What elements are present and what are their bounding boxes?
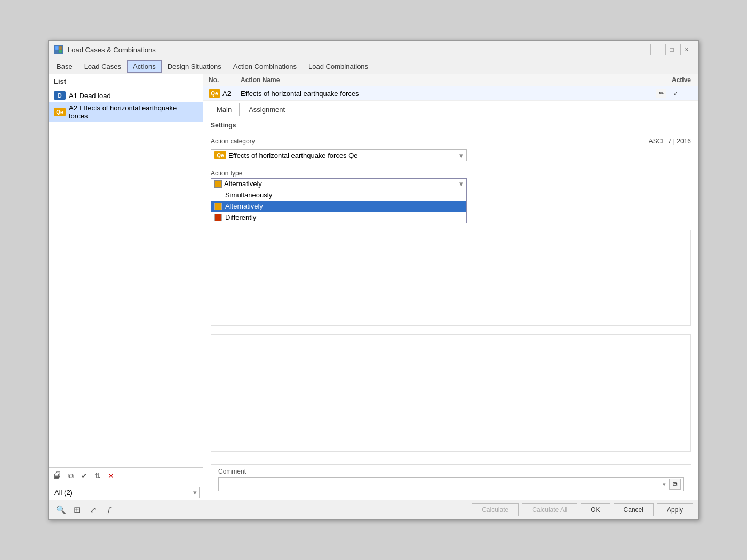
col-name: Action Name: [241, 76, 656, 84]
col-active: Active: [672, 76, 693, 84]
list-item-a2[interactable]: Qe A2 Effects of horizontal earthquake f…: [49, 102, 203, 122]
bottom-buttons: Calculate Calculate All OK Cancel Apply: [472, 503, 693, 516]
copy-icon[interactable]: 🗐: [52, 470, 63, 482]
item-label-a1: A1 Dead load: [69, 92, 111, 100]
main-panel: No. Action Name Active Qe A2 Effects of …: [203, 74, 698, 500]
title-bar: Load Cases & Combinations – □ ×: [49, 41, 698, 59]
sidebar-list: D A1 Dead load Qe A2 Effects of horizont…: [49, 89, 203, 467]
item-label-a2: A2 Effects of horizontal earthquake forc…: [69, 104, 197, 120]
ok-button[interactable]: OK: [581, 503, 610, 516]
comment-input[interactable]: [221, 481, 662, 488]
selected-label: Alternatively: [224, 180, 262, 188]
cancel-button[interactable]: Cancel: [614, 503, 654, 516]
category-badge: Qe: [214, 151, 226, 159]
option-alternatively-label: Alternatively: [225, 202, 263, 210]
filter-caret: ▾: [193, 489, 197, 497]
text-tool-icon[interactable]: 𝑓: [102, 503, 116, 516]
menu-load-cases[interactable]: Load Cases: [78, 60, 127, 73]
table-row[interactable]: Qe A2 Effects of horizontal earthquake f…: [203, 86, 698, 101]
window-controls: – □ ×: [650, 44, 693, 55]
apply-button[interactable]: Apply: [657, 503, 693, 516]
tabs-bar: Main Assignment: [203, 101, 698, 116]
col-edit: [656, 76, 672, 84]
menu-action-combinations[interactable]: Action Combinations: [227, 60, 303, 73]
option-simultaneously-color: [214, 191, 222, 199]
sidebar-footer: 🗐 ⧉ ✔ ⇅ ✕: [49, 467, 203, 484]
category-dropdown-text: Effects of horizontal earthquake forces …: [228, 151, 358, 159]
filter-row: All (2) ▾: [49, 484, 203, 500]
action-type-selected[interactable]: Alternatively ▾: [211, 178, 467, 189]
item-badge-a2: Qe: [54, 108, 66, 116]
settings-label: Settings: [211, 122, 691, 131]
row-active-checkbox[interactable]: [672, 90, 679, 97]
minimize-button[interactable]: –: [650, 44, 663, 55]
bottom-toolbar: 🔍 ⊞ ⤢ 𝑓 Calculate Calculate All OK Cance…: [49, 500, 698, 519]
row-name: Effects of horizontal earthquake forces: [241, 90, 656, 98]
row-no: Qe A2: [209, 89, 241, 98]
menu-base[interactable]: Base: [51, 60, 78, 73]
svg-rect-0: [55, 46, 59, 50]
menu-load-combinations[interactable]: Load Combinations: [303, 60, 374, 73]
option-differently[interactable]: Differently: [211, 212, 466, 223]
spacer-1: [211, 230, 691, 326]
table-tool-icon[interactable]: ⊞: [70, 503, 84, 516]
action-type-container: Alternatively ▾ Simultaneously Alter: [211, 178, 467, 223]
comment-field: ▾ ⧉: [218, 477, 684, 491]
option-simultaneously[interactable]: Simultaneously: [211, 189, 466, 201]
move-icon[interactable]: ⇅: [92, 470, 104, 482]
sidebar: List D A1 Dead load Qe A2 Effects of hor…: [49, 74, 203, 500]
row-edit-button[interactable]: ✏: [656, 89, 666, 98]
menu-design-situations[interactable]: Design Situations: [162, 60, 227, 73]
maximize-button[interactable]: □: [665, 44, 678, 55]
option-differently-label: Differently: [225, 213, 256, 221]
tab-main[interactable]: Main: [209, 103, 240, 116]
duplicate-icon[interactable]: ⧉: [65, 470, 77, 482]
option-alternatively[interactable]: Alternatively: [211, 201, 466, 212]
filter-dropdown[interactable]: All (2) ▾: [52, 487, 200, 498]
action-type-section: Action type Alternatively ▾ Simul: [211, 170, 691, 223]
calculate-all-button[interactable]: Calculate All: [522, 503, 577, 516]
option-simultaneously-label: Simultaneously: [225, 191, 272, 199]
tab-assignment[interactable]: Assignment: [241, 103, 293, 116]
app-icon: [54, 45, 63, 54]
close-button[interactable]: ×: [680, 44, 693, 55]
col-no: No.: [209, 76, 241, 84]
comment-caret: ▾: [663, 481, 666, 488]
row-badge: Qe: [209, 89, 220, 98]
svg-rect-1: [59, 50, 62, 53]
content-area: List D A1 Dead load Qe A2 Effects of hor…: [49, 74, 698, 500]
main-window: Load Cases & Combinations – □ × Base Loa…: [48, 40, 699, 520]
action-category-value: ASCE 7 | 2016: [649, 138, 691, 145]
calculate-button[interactable]: Calculate: [472, 503, 519, 516]
option-differently-color: [214, 214, 222, 221]
action-category-dropdown[interactable]: Qe Effects of horizontal earthquake forc…: [211, 149, 467, 161]
item-badge-a1: D: [54, 91, 66, 100]
action-type-label: Action type: [211, 170, 691, 177]
filter-label: All (2): [54, 489, 73, 497]
table-header: No. Action Name Active: [203, 74, 698, 86]
menu-bar: Base Load Cases Actions Design Situation…: [49, 59, 698, 74]
row-no-label: A2: [222, 90, 231, 98]
settings-panel: Settings Action category ASCE 7 | 2016 Q…: [203, 116, 698, 500]
action-category-row: Action category ASCE 7 | 2016: [211, 138, 691, 145]
comment-label: Comment: [218, 468, 684, 475]
delete-icon[interactable]: ✕: [105, 470, 117, 482]
expand-tool-icon[interactable]: ⤢: [86, 503, 100, 516]
menu-actions[interactable]: Actions: [127, 60, 162, 73]
action-type-caret: ▾: [459, 180, 463, 188]
footer-icons: 🗐 ⧉ ✔ ⇅ ✕: [52, 470, 200, 482]
comment-copy-button[interactable]: ⧉: [669, 479, 681, 490]
category-caret: ▾: [459, 151, 463, 159]
search-tool-icon[interactable]: 🔍: [54, 503, 68, 516]
action-type-dropdown-list: Simultaneously Alternatively Differently: [211, 189, 467, 223]
check-icon[interactable]: ✔: [78, 470, 90, 482]
sidebar-header: List: [49, 74, 203, 89]
spacer-2: [211, 334, 691, 452]
selected-color-box: [214, 180, 222, 188]
action-category-label: Action category: [211, 138, 255, 145]
window-title: Load Cases & Combinations: [68, 46, 646, 54]
option-alternatively-color: [214, 203, 222, 210]
svg-rect-2: [59, 46, 62, 50]
comment-section: Comment ▾ ⧉: [211, 464, 691, 494]
list-item-a1[interactable]: D A1 Dead load: [49, 89, 203, 102]
